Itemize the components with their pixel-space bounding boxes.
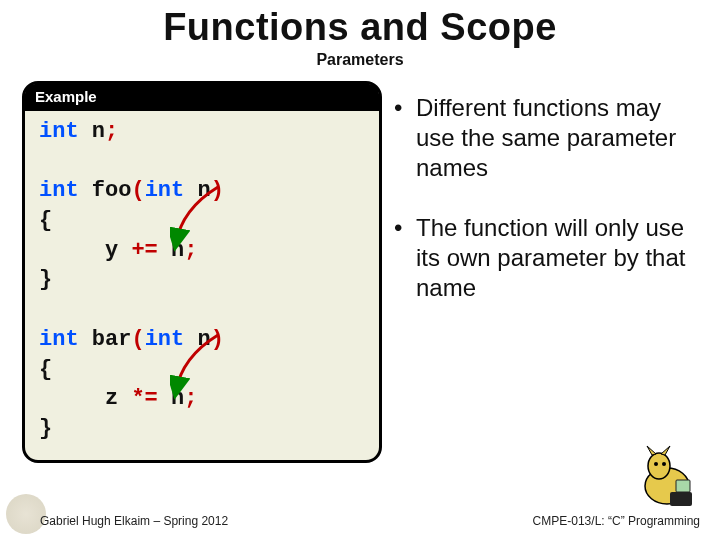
semicolon: ; <box>184 386 197 411</box>
brace-open: { <box>39 208 52 233</box>
example-label: Example <box>25 84 379 111</box>
identifier-n: n <box>79 119 105 144</box>
paren-open: ( <box>131 178 144 203</box>
bullet-item: The function will only use its own param… <box>394 213 698 303</box>
keyword-int: int <box>39 119 79 144</box>
code-line: } <box>39 414 365 444</box>
code-blank <box>39 147 365 177</box>
code-line: { <box>39 206 365 236</box>
param-n: n <box>184 178 210 203</box>
svg-point-1 <box>648 453 670 479</box>
var-n: n <box>158 386 184 411</box>
code-line: } <box>39 265 365 295</box>
keyword-int: int <box>39 178 79 203</box>
svg-point-3 <box>662 462 666 466</box>
code-example-card: Example int n; int foo(int n) { y += n; … <box>22 81 382 463</box>
semicolon: ; <box>184 238 197 263</box>
keyword-int: int <box>145 178 185 203</box>
op-plus-equals: += <box>131 238 157 263</box>
footer-course: CMPE-013/L: “C” Programming <box>533 514 700 528</box>
slide-title: Functions and Scope <box>0 6 720 49</box>
code-line: z *= n; <box>39 384 365 414</box>
code-line: int bar(int n) <box>39 325 365 355</box>
svg-point-2 <box>654 462 658 466</box>
footer-author: Gabriel Hugh Elkaim – Spring 2012 <box>40 514 228 528</box>
var-n: n <box>158 238 184 263</box>
code-line: int foo(int n) <box>39 176 365 206</box>
code-line: { <box>39 355 365 385</box>
param-n: n <box>184 327 210 352</box>
keyword-int: int <box>39 327 79 352</box>
code-line: y += n; <box>39 236 365 266</box>
code-blank <box>39 295 365 325</box>
body-z: z <box>39 386 131 411</box>
paren-open: ( <box>131 327 144 352</box>
svg-rect-5 <box>676 480 690 492</box>
svg-rect-4 <box>670 492 692 506</box>
code-body: int n; int foo(int n) { y += n; } int ba… <box>25 111 379 460</box>
mascot-icon <box>632 444 702 514</box>
identifier-foo: foo <box>79 178 132 203</box>
identifier-bar: bar <box>79 327 132 352</box>
paren-close: ) <box>211 327 224 352</box>
keyword-int: int <box>145 327 185 352</box>
brace-open: { <box>39 357 52 382</box>
paren-close: ) <box>211 178 224 203</box>
semicolon: ; <box>105 119 118 144</box>
bullet-list: Different functions may use the same par… <box>394 81 702 463</box>
brace-close: } <box>39 267 52 292</box>
op-times-equals: *= <box>131 386 157 411</box>
slide-subtitle: Parameters <box>0 51 720 69</box>
body-y: y <box>39 238 131 263</box>
code-line: int n; <box>39 117 365 147</box>
bullet-item: Different functions may use the same par… <box>394 93 698 183</box>
content-area: Example int n; int foo(int n) { y += n; … <box>0 69 720 463</box>
brace-close: } <box>39 416 52 441</box>
